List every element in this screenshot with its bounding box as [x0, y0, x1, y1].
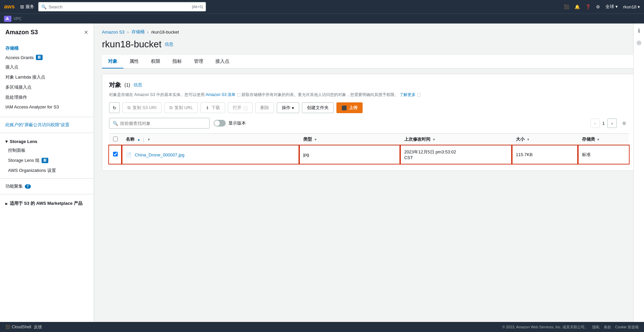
- object-search-box[interactable]: 🔍: [109, 118, 210, 129]
- file-name-link[interactable]: China_Drone_000007.jpg: [135, 152, 184, 157]
- copy-icon-2: ⧉: [169, 105, 172, 110]
- page-info-link[interactable]: 信息: [165, 41, 173, 47]
- objects-toolbar: ↻ ⧉ 复制 S3 URI ⧉ 复制 URL ⬇ 下载 打开 ⬚: [109, 102, 629, 113]
- section-count: (1): [124, 82, 130, 88]
- section-title: 对象: [109, 81, 121, 89]
- sidebar-item-storage-lens-group[interactable]: Storage Lens 组 新: [0, 155, 94, 165]
- tab-management[interactable]: 管理: [188, 55, 209, 68]
- col-header-storage[interactable]: 存储类 ▾: [578, 134, 629, 146]
- pagination-prev-button[interactable]: ‹: [590, 118, 600, 128]
- global-search-box[interactable]: 🔍 [Alt+S]: [38, 2, 206, 11]
- sidebar-item-multiregion[interactable]: 多区域接入点: [0, 82, 94, 92]
- open-button[interactable]: 打开 ⬚: [228, 102, 253, 113]
- top-navigation: aws ⊞ 服务 🔍 [Alt+S] ⬛ 🔔 ❓ ⚙ 全球 ▾ rkun18 ▾: [0, 0, 644, 13]
- page-number: 1: [602, 121, 605, 126]
- breadcrumb-current: rkun18-bucket: [151, 30, 179, 35]
- tab-permissions[interactable]: 权限: [145, 55, 166, 68]
- refresh-button[interactable]: ↻: [109, 102, 120, 113]
- section-info-link[interactable]: 信息: [133, 82, 142, 88]
- col-header-size[interactable]: 大小 ▾: [512, 134, 578, 146]
- sidebar-close-button[interactable]: ✕: [84, 29, 88, 36]
- col-header-name[interactable]: 名称 ▲ | ▾: [122, 134, 299, 146]
- help-icon[interactable]: ❓: [585, 4, 591, 9]
- feature-focus-badge: 7: [25, 184, 31, 189]
- tab-properties[interactable]: 属性: [123, 55, 145, 68]
- section-description: 对象是存储在 Amazon S3 中的基本实体。您可以使用 Amazon S3 …: [109, 92, 629, 98]
- copy-url-button[interactable]: ⧉ 复制 URL: [164, 102, 198, 113]
- create-folder-button[interactable]: 创建文件夹: [302, 102, 334, 113]
- search-shortcut: [Alt+S]: [192, 5, 203, 9]
- delete-button[interactable]: 删除: [255, 102, 274, 113]
- sidebar-item-dashboard[interactable]: 控制面板: [0, 145, 94, 155]
- name-sort-icon: ▲: [137, 138, 141, 141]
- version-toggle-switch[interactable]: [214, 120, 226, 127]
- storage-filter-icon: ▾: [597, 138, 599, 141]
- breadcrumb-buckets-link[interactable]: 存储桶: [131, 29, 145, 35]
- sidebar-item-aws-org[interactable]: AWS Organizations 设置: [0, 165, 94, 176]
- sidebar-item-endpoints[interactable]: 接入点: [0, 62, 94, 72]
- open-external-icon: ⬚: [244, 105, 248, 110]
- user-menu[interactable]: rkun18 ▾: [623, 4, 640, 9]
- access-grants-badge: 新: [36, 55, 43, 60]
- tab-endpoints[interactable]: 接入点: [209, 55, 235, 68]
- breadcrumb-sep-2: ›: [147, 30, 149, 35]
- col-header-type[interactable]: 类型 ▾: [299, 134, 400, 146]
- table-settings-button[interactable]: ⚙: [620, 118, 629, 128]
- inventory-link[interactable]: Amazon S3 清单: [206, 92, 235, 97]
- breadcrumb-s3-link[interactable]: Amazon S3: [102, 30, 124, 35]
- vpc-label: VPC: [13, 16, 22, 21]
- region-selector[interactable]: 全球 ▾: [605, 4, 618, 10]
- bell-icon[interactable]: 🔔: [575, 4, 580, 9]
- objects-panel: 对象 (1) 信息 对象是存储在 Amazon S3 中的基本实体。您可以使用 …: [102, 74, 636, 171]
- tab-metrics[interactable]: 指标: [166, 55, 188, 68]
- nav-right-icons: ⬛ 🔔 ❓ ⚙ 全球 ▾ rkun18 ▾: [564, 4, 640, 10]
- main-content: Amazon S3 › 存储桶 › rkun18-bucket rkun18-b…: [94, 23, 644, 322]
- sidebar-item-marketplace[interactable]: ▸ 适用于 S3 的 AWS Marketplace 产品: [0, 197, 94, 208]
- aws-logo[interactable]: aws: [4, 3, 16, 11]
- breadcrumb-sep-1: ›: [127, 30, 128, 35]
- actions-button[interactable]: 操作 ▾: [277, 102, 299, 113]
- row-type-cell: jpg: [299, 145, 400, 164]
- download-button[interactable]: ⬇ 下载: [201, 102, 225, 113]
- page-title: rkun18-bucket: [102, 39, 161, 50]
- pagination-area: ‹ 1 › ⚙: [590, 118, 629, 128]
- actions-dropdown-icon: ▾: [292, 105, 294, 110]
- sidebar-item-lambda-endpoints[interactable]: 对象 Lambda 接入点: [0, 72, 94, 82]
- sidebar-item-feature-focus[interactable]: 功能聚集 7: [0, 181, 94, 191]
- info-panel-icon[interactable]: ℹ: [638, 28, 640, 34]
- table-row[interactable]: 📄 China_Drone_000007.jpg jpg 2023年12月5日 …: [109, 145, 629, 164]
- location-icon[interactable]: ◎: [637, 39, 641, 46]
- sidebar-item-iam-analyzer[interactable]: IAM Access Analyzer for S3: [0, 102, 94, 111]
- learn-more-link[interactable]: 了解更多: [399, 92, 416, 97]
- sidebar-item-buckets[interactable]: 存储桶: [0, 43, 94, 53]
- copy-s3-uri-button[interactable]: ⧉ 复制 S3 URI: [122, 102, 162, 113]
- col-header-modified[interactable]: 上次修改时间 ▾: [400, 134, 512, 146]
- select-all-checkbox[interactable]: [113, 137, 118, 141]
- search-icon: 🔍: [113, 121, 118, 126]
- pagination-next-button[interactable]: ›: [607, 118, 617, 128]
- services-menu[interactable]: ⊞ 服务: [20, 4, 34, 10]
- tab-objects[interactable]: 对象: [102, 55, 123, 68]
- type-filter-icon: ▾: [315, 138, 316, 141]
- tabs-container: 对象 属性 权限 指标 管理 接入点: [102, 55, 636, 68]
- object-search-input[interactable]: [120, 121, 206, 126]
- row-checkbox[interactable]: [113, 152, 118, 156]
- sidebar-item-privacy-settings[interactable]: 此账户的"屏蔽公共访问权限"设置: [0, 120, 94, 130]
- sidebar-item-access-grants[interactable]: Access Grants 新: [0, 53, 94, 62]
- row-storage-cell: 标准: [578, 145, 629, 164]
- settings-icon[interactable]: ⚙: [596, 4, 600, 9]
- copy-icon-1: ⧉: [127, 105, 130, 110]
- search-input[interactable]: [49, 4, 189, 9]
- row-checkbox-cell: [109, 145, 122, 164]
- upload-button[interactable]: ⬛ 上传: [336, 102, 363, 113]
- size-filter-icon: ▾: [527, 138, 529, 141]
- terminal-icon[interactable]: ⬛: [564, 4, 569, 9]
- right-panel: ℹ ◎: [633, 23, 644, 322]
- sidebar-item-batch-ops[interactable]: 批处理操作: [0, 92, 94, 102]
- version-toggle: 显示版本: [214, 120, 246, 127]
- svg-text:aws: aws: [4, 3, 15, 10]
- svg-text:🖧: 🖧: [6, 17, 9, 20]
- sidebar-group-storage-lens[interactable]: ▾ Storage Lens: [0, 136, 94, 145]
- select-all-header: [109, 134, 122, 146]
- download-icon: ⬇: [206, 105, 209, 110]
